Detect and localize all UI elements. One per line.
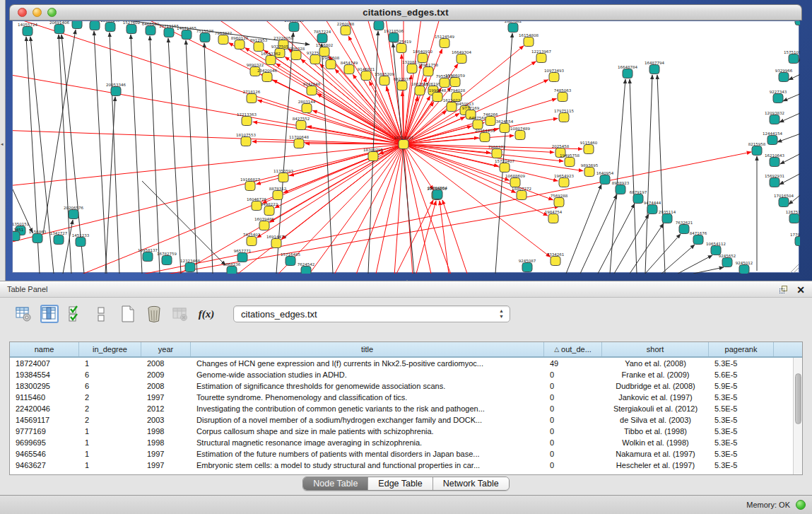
- tab-network-table[interactable]: Network Table: [433, 477, 509, 490]
- scrollbar-thumb[interactable]: [795, 373, 801, 424]
- graph-node[interactable]: 18107553: [236, 133, 256, 146]
- graph-node[interactable]: 7569288: [551, 194, 568, 207]
- graph-node[interactable]: 10688609: [505, 174, 525, 187]
- graph-node[interactable]: 7857224: [314, 30, 331, 43]
- graph-node[interactable]: 16782759: [157, 252, 177, 265]
- float-panel-icon[interactable]: [779, 286, 788, 294]
- column-edit-icon[interactable]: [40, 305, 59, 323]
- graph-node[interactable]: 10653247: [100, 21, 120, 32]
- column-header-in-degree[interactable]: in_degree: [79, 342, 141, 356]
- graph-node[interactable]: 1451233: [72, 233, 90, 247]
- graph-node[interactable]: 6466160: [142, 22, 160, 35]
- column-header-name[interactable]: name: [10, 342, 79, 356]
- table-row[interactable]: 946362711997Embryonic stem cells: a mode…: [10, 460, 802, 471]
- graph-node[interactable]: 8960128: [231, 36, 249, 49]
- graph-node[interactable]: 1267534: [786, 210, 800, 223]
- column-header-year[interactable]: year: [141, 342, 191, 356]
- graph-node[interactable]: 7425402: [243, 233, 261, 246]
- graph-node[interactable]: 10973493: [544, 69, 564, 82]
- delete-table-icon[interactable]: [171, 305, 189, 323]
- function-builder-icon[interactable]: f(x): [197, 305, 216, 323]
- graph-node[interactable]: 7624542: [298, 262, 315, 274]
- graph-node[interactable]: 9245087: [519, 259, 536, 272]
- table-row[interactable]: 1938455462009Genome-wide association stu…: [10, 369, 802, 380]
- network-graph-canvas[interactable]: 1872400779638228960128891295323226058932…: [12, 21, 799, 273]
- graph-node[interactable]: 14671355: [177, 26, 196, 40]
- graph-node[interactable]: 2935114: [659, 210, 676, 223]
- graph-node[interactable]: 10807489: [510, 127, 530, 140]
- table-selector-dropdown[interactable]: citations_edges.txt ▲▼: [233, 305, 510, 322]
- graph-node[interactable]: 10654112: [706, 242, 726, 255]
- graph-node[interactable]: 6822037: [394, 77, 411, 90]
- select-all-rows-icon[interactable]: [66, 305, 85, 323]
- column-header-title[interactable]: title: [191, 342, 544, 356]
- graph-node[interactable]: 20691406: [49, 21, 69, 34]
- graph-node[interactable]: 18807272: [512, 187, 531, 200]
- graph-node[interactable]: 8912953: [250, 38, 268, 52]
- column-header-out-de-[interactable]: △out_de...: [544, 342, 602, 356]
- graph-node[interactable]: 7963822: [215, 31, 233, 45]
- graph-node[interactable]: 12213363: [237, 112, 257, 126]
- graph-node[interactable]: 9227343: [770, 90, 787, 103]
- graph-node[interactable]: 7986372: [488, 145, 506, 158]
- graph-node[interactable]: 16154808: [519, 33, 539, 47]
- column-header-short[interactable]: short: [602, 342, 709, 356]
- table-row[interactable]: 977716911998Corpus callosum shape and si…: [10, 426, 802, 437]
- graph-node[interactable]: 9115460: [580, 141, 598, 154]
- checkbox-column-icon[interactable]: [93, 305, 111, 323]
- graph-node[interactable]: 15124549: [435, 35, 454, 48]
- graph-node[interactable]: 16649304: [452, 50, 471, 64]
- graph-node[interactable]: 9242848: [303, 82, 321, 95]
- graph-node[interactable]: 7485063: [554, 88, 572, 102]
- tab-edge-table[interactable]: Edge Table: [368, 477, 433, 490]
- graph-node[interactable]: 12444154: [763, 132, 782, 145]
- table-row[interactable]: 1830029562008Estimation of significance …: [10, 380, 802, 392]
- graph-node[interactable]: 16648784: [618, 65, 637, 78]
- canvas-resize-grip[interactable]: [790, 264, 799, 273]
- tab-node-table[interactable]: Node Table: [303, 477, 368, 490]
- close-panel-icon[interactable]: ✕: [796, 285, 805, 295]
- table-row[interactable]: 911546021997Tourette syndrome. Phenomeno…: [10, 392, 802, 403]
- table-row[interactable]: 946554611997Estimation of the future num…: [10, 448, 802, 460]
- memory-ok-indicator[interactable]: [796, 500, 806, 510]
- graph-node[interactable]: 12213967: [531, 49, 551, 63]
- table-vertical-scrollbar[interactable]: [793, 358, 802, 475]
- graph-node[interactable]: 14055724: [18, 23, 37, 36]
- table-row[interactable]: 1872400712008Changes of HCN gene express…: [10, 358, 802, 369]
- graph-node[interactable]: 8868236: [223, 262, 241, 274]
- graph-node[interactable]: 1527602: [123, 21, 141, 34]
- graph-node[interactable]: 19384554: [428, 186, 447, 199]
- graph-node[interactable]: 2053181: [69, 21, 86, 29]
- graph-node[interactable]: 20364456: [475, 129, 495, 142]
- graph-node[interactable]: 16210643: [765, 153, 784, 167]
- graph-node[interactable]: 7515528: [196, 29, 214, 42]
- table-row[interactable]: 1456911722003Disruption of a novel membe…: [10, 414, 802, 426]
- graph-node[interactable]: 7334261: [547, 252, 565, 266]
- graph-node[interactable]: 1984754: [545, 210, 563, 223]
- graph-node[interactable]: 15751074: [784, 50, 800, 64]
- table-settings-icon[interactable]: [14, 305, 33, 323]
- graph-node[interactable]: 2887682: [505, 21, 522, 33]
- graph-node[interactable]: 8938923: [612, 181, 630, 194]
- graph-node[interactable]: 8215958: [748, 142, 766, 156]
- delete-rows-icon[interactable]: [145, 305, 163, 323]
- graph-node[interactable]: 17706532: [790, 233, 800, 246]
- graph-node[interactable]: 9245012: [736, 261, 753, 274]
- graph-node[interactable]: 23420046: [257, 69, 277, 82]
- table-row[interactable]: 969969511998Structural magnetic resonanc…: [10, 437, 802, 448]
- column-header-pagerank[interactable]: pagerank: [709, 342, 774, 356]
- graph-node[interactable]: 20206576: [64, 206, 83, 219]
- create-table-icon[interactable]: [119, 305, 137, 323]
- graph-node[interactable]: 12093832: [765, 111, 784, 124]
- graph-node[interactable]: 2718126: [243, 90, 261, 103]
- graph-node[interactable]: 11700648: [289, 135, 309, 148]
- graph-node[interactable]: 19495758: [560, 153, 579, 167]
- graph-node[interactable]: 17016504: [774, 194, 794, 207]
- panel-collapse-icon[interactable]: ◂: [1, 141, 4, 147]
- table-row[interactable]: 2242004622012Investigating the contribut…: [10, 403, 802, 414]
- network-window-titlebar[interactable]: citations_edges.txt: [9, 4, 802, 21]
- graph-node[interactable]: 9329966: [775, 69, 793, 82]
- graph-node[interactable]: 16487794: [645, 61, 664, 74]
- graph-node[interactable]: 1156863: [29, 230, 47, 243]
- graph-node[interactable]: 8471676: [690, 231, 707, 245]
